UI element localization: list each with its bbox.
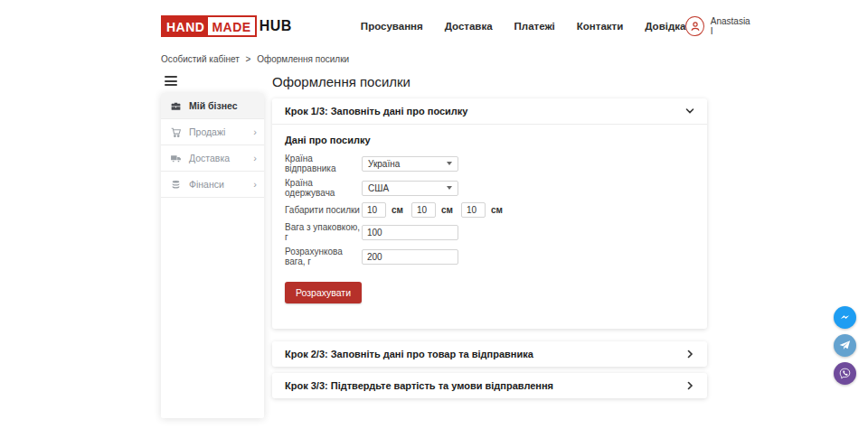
page-title: Оформлення посилки (272, 74, 707, 89)
sidebar-item-my-business[interactable]: Мій бізнес (161, 93, 264, 119)
step-2-card: Крок 2/3: Заповніть дані про товар та ві… (272, 341, 707, 367)
step-2-label: Крок 2/3: Заповніть дані про товар та ві… (285, 349, 533, 359)
chevron-right-icon (685, 381, 694, 390)
main-content: Оформлення посилки Крок 1/3: Заповніть д… (272, 74, 707, 405)
sidebar-item-delivery[interactable]: Доставка › (161, 145, 264, 172)
sender-country-label: Країна відправника (285, 154, 362, 173)
breadcrumb: Особистий кабінет > Оформлення посилки (161, 54, 707, 64)
logo[interactable]: HAND MADE HUB (161, 15, 292, 37)
sidebar-item-label: Доставка (189, 153, 230, 163)
breadcrumb-current: Оформлення посилки (257, 54, 349, 64)
breadcrumb-separator: > (246, 54, 251, 64)
telegram-icon[interactable] (834, 334, 856, 357)
parcel-form: Дані про посилку Країна відправника Укра… (272, 125, 707, 329)
nav-item-payments[interactable]: Платежі (514, 21, 555, 32)
logo-made: MADE (208, 17, 254, 35)
cart-icon (170, 126, 183, 138)
nav-item-help[interactable]: Довідка (645, 21, 685, 32)
viber-icon[interactable] (834, 362, 856, 385)
nav-item-contacts[interactable]: Контакти (577, 21, 623, 32)
sender-country-select[interactable]: Україна (362, 156, 458, 172)
unit-cm-label: см (491, 205, 503, 215)
step-1-label: Крок 1/3: Заповніть дані про посилку (285, 106, 467, 117)
dimension-width-input[interactable] (411, 202, 436, 218)
step-3-header[interactable]: Крок 3/3: Підтвердьте вартість та умови … (272, 373, 707, 398)
main-nav: Просування Доставка Платежі Контакти Дов… (361, 21, 686, 32)
step-1-header[interactable]: Крок 1/3: Заповніть дані про посилку (272, 98, 707, 125)
step-1-card: Крок 1/3: Заповніть дані про посилку Дан… (272, 98, 707, 329)
step-3-card: Крок 3/3: Підтвердьте вартість та умови … (272, 373, 707, 398)
hamburger-menu-icon[interactable] (165, 76, 177, 86)
chevron-right-icon (685, 350, 694, 359)
sidebar-item-label: Мій бізнес (189, 100, 238, 111)
nav-item-promotion[interactable]: Просування (361, 21, 423, 32)
logo-hand: HAND (163, 17, 208, 35)
form-section-title: Дані про посилку (285, 135, 694, 145)
floating-social-buttons (834, 306, 856, 385)
sidebar-item-label: Фінанси (189, 179, 224, 190)
sidebar-item-finance[interactable]: Фінанси › (161, 172, 264, 198)
truck-icon (170, 152, 183, 164)
sidebar-column: Мій бізнес Продажі › Доставка › (161, 74, 264, 418)
calc-weight-label: Розрахункова вага, г (285, 247, 362, 266)
messenger-icon[interactable] (834, 306, 856, 329)
select-caret-icon (447, 186, 452, 190)
user-avatar-icon (685, 16, 703, 36)
chevron-right-icon: › (253, 154, 257, 163)
logo-hub: HUB (259, 18, 292, 34)
header: HAND MADE HUB Просування Доставка Платеж… (0, 0, 868, 52)
user-menu[interactable]: Anastasia I (685, 16, 751, 36)
nav-item-delivery[interactable]: Доставка (445, 21, 493, 32)
step-2-header[interactable]: Крок 2/3: Заповніть дані про товар та ві… (272, 341, 707, 367)
unit-cm-label: см (441, 205, 453, 215)
calculate-button[interactable]: Розрахувати (285, 282, 362, 303)
chevron-down-icon (685, 107, 694, 116)
chevron-right-icon: › (253, 127, 257, 137)
step-3-label: Крок 3/3: Підтвердьте вартість та умови … (285, 380, 553, 391)
packed-weight-label: Вага з упаковкою, г (285, 222, 362, 242)
recipient-country-label: Країна одержувача (285, 178, 362, 198)
breadcrumb-home[interactable]: Особистий кабінет (161, 54, 240, 64)
recipient-country-select[interactable]: США (362, 181, 458, 196)
calc-weight-input[interactable] (362, 249, 458, 265)
coins-icon (170, 178, 183, 191)
unit-cm-label: см (392, 205, 403, 215)
logo-box: HAND MADE (161, 15, 257, 37)
dimension-height-input[interactable] (461, 202, 486, 218)
dimension-length-input[interactable] (362, 202, 386, 218)
recipient-country-value: США (368, 183, 389, 193)
packed-weight-input[interactable] (362, 225, 458, 240)
dimensions-label: Габарити посилки (285, 205, 362, 215)
briefcase-icon (170, 99, 183, 112)
sender-country-value: Україна (368, 159, 400, 169)
user-name: Anastasia I (711, 16, 752, 36)
chevron-right-icon: › (253, 180, 257, 190)
sidebar-item-sales[interactable]: Продажі › (161, 119, 264, 145)
select-caret-icon (447, 162, 452, 165)
sidebar: Мій бізнес Продажі › Доставка › (161, 93, 264, 418)
sidebar-item-label: Продажі (189, 126, 225, 137)
